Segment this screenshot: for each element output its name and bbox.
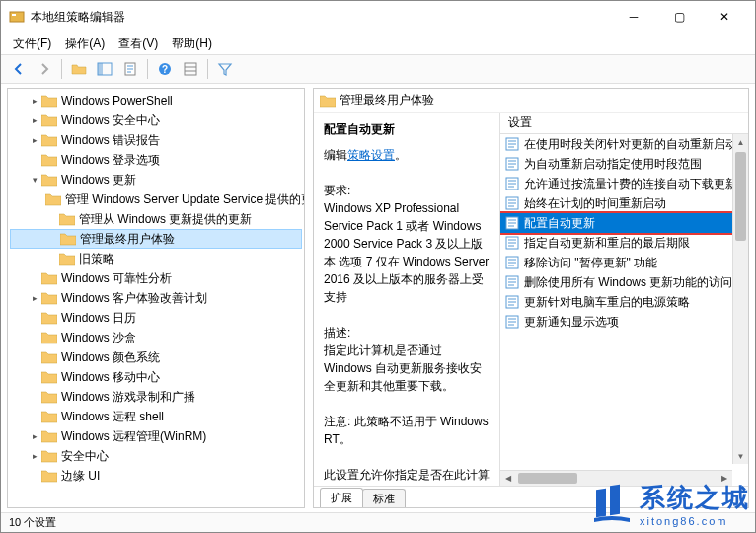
scroll-thumb[interactable] <box>735 152 746 241</box>
setting-item[interactable]: 移除访问 "暂停更新" 功能 <box>500 253 748 272</box>
tree-item[interactable]: 管理从 Windows 更新提供的更新 <box>10 209 302 229</box>
tree-item[interactable]: ▸Windows 客户体验改善计划 <box>10 288 302 308</box>
settings-list[interactable]: 在使用时段关闭针对更新的自动重新启动为自动重新启动指定使用时段范围允许通过按流量… <box>500 134 748 332</box>
tree-item[interactable]: Windows 移动中心 <box>10 367 302 387</box>
watermark-en: xitong86.com <box>640 515 750 527</box>
forward-button[interactable] <box>33 57 56 81</box>
note-text: 注意: 此策略不适用于 Windows RT。 <box>324 413 490 448</box>
setting-item-label: 更新针对电脑车重启的电源策略 <box>524 294 690 311</box>
tab-standard[interactable]: 标准 <box>362 489 406 508</box>
back-button[interactable] <box>7 57 31 81</box>
setting-item[interactable]: 始终在计划的时间重新启动 <box>500 193 748 213</box>
tree-item[interactable]: ▾Windows 更新 <box>10 170 302 190</box>
close-button[interactable]: ✕ <box>702 1 747 33</box>
list-column-header[interactable]: 设置 <box>500 113 748 134</box>
svg-text:?: ? <box>162 64 168 75</box>
watermark-cn: 系统之城 <box>640 481 750 515</box>
scroll-up-button[interactable]: ▲ <box>733 134 748 150</box>
tree-item-label: Windows 移动中心 <box>61 369 160 386</box>
tree-item-label: 管理从 Windows 更新提供的更新 <box>79 211 252 228</box>
setting-item-label: 允许通过按流量计费的连接自动下载更新 <box>524 176 737 192</box>
tree-item[interactable]: Windows 游戏录制和广播 <box>10 387 302 407</box>
details-header: 管理最终用户体验 <box>314 89 748 113</box>
setting-item[interactable]: 配置自动更新 <box>500 213 748 233</box>
setting-item[interactable]: 在使用时段关闭针对更新的自动重新启动 <box>500 134 748 154</box>
expand-caret-icon[interactable] <box>28 311 41 325</box>
expand-caret-icon[interactable]: ▾ <box>28 173 41 187</box>
tree-item[interactable]: 管理最终用户体验 <box>10 229 302 249</box>
tree-item-label: 安全中心 <box>61 448 109 465</box>
expand-caret-icon[interactable] <box>28 271 41 285</box>
tree-item-label: 管理最终用户体验 <box>80 231 175 248</box>
tree-item[interactable]: ▸Windows 安全中心 <box>10 111 302 130</box>
tree-item-label: Windows 日历 <box>61 310 136 327</box>
scroll-down-button[interactable]: ▼ <box>733 448 748 464</box>
setting-item-label: 移除访问 "暂停更新" 功能 <box>524 255 657 271</box>
tree-item[interactable]: Windows 可靠性分析 <box>10 268 302 288</box>
expand-caret-icon[interactable] <box>28 370 41 384</box>
expand-caret-icon[interactable] <box>28 410 41 423</box>
tree-item[interactable]: ▸安全中心 <box>10 446 302 466</box>
watermark-logo <box>590 483 634 526</box>
tree-item[interactable]: Windows 日历 <box>10 308 302 328</box>
expand-caret-icon[interactable] <box>28 469 41 483</box>
tree-pane[interactable]: ▸Windows PowerShell▸Windows 安全中心▸Windows… <box>7 88 305 508</box>
menu-action[interactable]: 操作(A) <box>59 34 111 54</box>
setting-item[interactable]: 为自动重新启动指定使用时段范围 <box>500 154 748 174</box>
tree-item-label: Windows 更新 <box>61 172 136 189</box>
menu-file[interactable]: 文件(F) <box>7 34 57 54</box>
expand-caret-icon[interactable] <box>46 232 60 246</box>
expand-caret-icon[interactable]: ▸ <box>28 133 41 147</box>
tree-item[interactable]: ▸Windows 远程管理(WinRM) <box>10 426 302 446</box>
tree-item[interactable]: Windows 沙盒 <box>10 328 302 347</box>
expand-caret-icon[interactable] <box>45 252 59 266</box>
tree-item[interactable]: ▸Windows PowerShell <box>10 91 302 111</box>
show-hide-tree-button[interactable] <box>93 57 116 81</box>
help-button[interactable]: ? <box>153 57 177 81</box>
menu-view[interactable]: 查看(V) <box>113 34 164 54</box>
tree-item[interactable]: 旧策略 <box>10 249 302 268</box>
tree-item-label: Windows 可靠性分析 <box>61 270 172 287</box>
more-text: 此设置允许你指定是否在此计算机上启用自动更新。如果启用该服务，则必须在组策略设置… <box>324 466 490 486</box>
setting-item[interactable]: 删除使用所有 Windows 更新功能的访问权限 <box>500 272 748 292</box>
splitter[interactable] <box>307 84 311 512</box>
expand-caret-icon[interactable] <box>28 331 41 344</box>
tree-item[interactable]: Windows 远程 shell <box>10 407 302 426</box>
tree-item[interactable]: ▸Windows 错误报告 <box>10 130 302 150</box>
properties-button[interactable] <box>179 57 202 81</box>
tree-item[interactable]: 管理 Windows Server Update Service 提供的更新 <box>10 190 302 209</box>
svg-rect-1 <box>12 14 16 16</box>
maximize-button[interactable]: ▢ <box>656 1 702 33</box>
tree-item-label: Windows 登录选项 <box>61 152 160 169</box>
expand-caret-icon[interactable] <box>28 350 41 364</box>
tree-item-label: Windows 远程管理(WinRM) <box>61 428 206 445</box>
tab-extended[interactable]: 扩展 <box>320 488 363 507</box>
setting-item[interactable]: 指定自动更新和重启的最后期限 <box>500 233 748 253</box>
expand-caret-icon[interactable]: ▸ <box>28 94 41 108</box>
expand-caret-icon[interactable]: ▸ <box>28 429 41 443</box>
tree-item[interactable]: Windows 颜色系统 <box>10 347 302 367</box>
settings-list-pane: 设置 在使用时段关闭针对更新的自动重新启动为自动重新启动指定使用时段范围允许通过… <box>499 113 748 486</box>
tree-item[interactable]: 边缘 UI <box>10 466 302 486</box>
expand-caret-icon[interactable] <box>28 153 41 167</box>
minimize-button[interactable]: ─ <box>611 1 656 33</box>
menu-help[interactable]: 帮助(H) <box>166 34 218 54</box>
setting-item[interactable]: 更新针对电脑车重启的电源策略 <box>500 292 748 312</box>
edit-policy-link[interactable]: 策略设置 <box>347 148 395 162</box>
expand-caret-icon[interactable] <box>28 390 41 404</box>
tree-item-label: Windows 错误报告 <box>61 132 160 149</box>
export-button[interactable] <box>118 57 142 81</box>
tree-item[interactable]: Windows 登录选项 <box>10 150 302 170</box>
vertical-scrollbar[interactable]: ▲ ▼ <box>732 134 748 464</box>
expand-caret-icon[interactable]: ▸ <box>28 291 41 305</box>
h-scroll-thumb[interactable] <box>518 473 577 484</box>
expand-caret-icon[interactable]: ▸ <box>28 449 41 463</box>
expand-caret-icon[interactable] <box>45 212 59 226</box>
svg-rect-0 <box>10 12 24 22</box>
filter-button[interactable] <box>213 57 237 81</box>
setting-item[interactable]: 更新通知显示选项 <box>500 312 748 332</box>
scroll-left-button[interactable]: ◀ <box>500 471 516 486</box>
setting-item[interactable]: 允许通过按流量计费的连接自动下载更新 <box>500 174 748 193</box>
expand-caret-icon[interactable]: ▸ <box>28 114 41 127</box>
up-button[interactable] <box>67 57 91 81</box>
